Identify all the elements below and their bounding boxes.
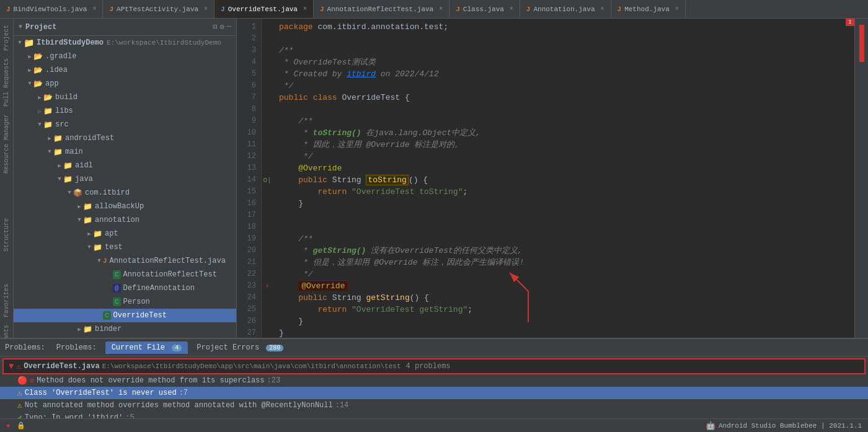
tab-bar: J BindViewTools.java × J APtTestActivity…: [0, 0, 868, 19]
bottom-tab-projecterrors-badge: 280: [266, 345, 283, 351]
ok-text-1: Typo: In word 'itbird': [25, 413, 123, 418]
tree-item-allowbackup[interactable]: ▶ 📁 allowBackUp: [14, 200, 236, 213]
error-row-1[interactable]: 🔴 ⊘ Method does not override method from…: [0, 374, 868, 387]
arrow-comitbird: ▼: [66, 190, 73, 196]
error-group-header[interactable]: ▼ ⚠ OverrideTest.java E:\workspace\Itbir…: [2, 358, 866, 374]
ok-row-1[interactable]: ✔ Typo: In word 'itbird' :5: [0, 412, 868, 418]
sidebar-label-build-variants[interactable]: Build Variants: [2, 322, 11, 338]
tree-item-libs[interactable]: ▷ 📁 libs: [14, 104, 236, 118]
folder-binder-icon: 📁: [83, 325, 92, 334]
folder-aidl-icon: 📁: [63, 161, 73, 170]
folder-main-label: main: [65, 148, 83, 156]
person-label: Person: [123, 298, 150, 306]
tab-overridetest[interactable]: J OverrideTest.java ×: [215, 0, 314, 18]
tree-item-overridetest[interactable]: C OverrideTest: [14, 309, 236, 322]
class-annotationreflect-icon: C: [113, 270, 121, 279]
tab-close-apttest[interactable]: ×: [204, 6, 208, 12]
tab-apttest[interactable]: J APtTestActivity.java ×: [103, 0, 215, 18]
code-content[interactable]: package com.itbird.annotation.test; /** …: [273, 19, 854, 338]
tree-item-androidtest[interactable]: ▶ 📁 androidTest: [14, 131, 236, 145]
tab-close-bindviewtools[interactable]: ×: [92, 6, 96, 12]
tab-close-class[interactable]: ×: [510, 6, 513, 12]
tab-close-method[interactable]: ×: [675, 6, 679, 12]
project-header-icons: ⊟ ⚙ —: [213, 22, 231, 32]
code-line-18: [279, 221, 848, 233]
scrollbar-thumb[interactable]: [859, 25, 864, 62]
tab-close-annotationreflect[interactable]: ×: [439, 6, 443, 12]
folder-java-icon: 📁: [63, 175, 73, 184]
tab-close-annotation[interactable]: ×: [601, 6, 604, 12]
tab-icon-annotationreflect: J: [320, 6, 324, 13]
bottom-tab-projecterrors-label: Project Errors: [197, 343, 259, 352]
folder-aidl-label: aidl: [75, 161, 93, 170]
bottom-tab-projecterrors[interactable]: Project Errors 280: [190, 342, 290, 354]
project-name-label: ItbirdStudyDemo: [37, 38, 104, 47]
close-panel-icon[interactable]: —: [227, 22, 231, 32]
code-line-24: public String getString() {: [279, 292, 848, 304]
tab-annotation[interactable]: J Annotation.java ×: [520, 0, 611, 18]
settings-icon[interactable]: ⚙: [220, 22, 224, 32]
code-line-7: public class OverrideTest {: [279, 92, 848, 104]
folder-annotation-icon: 📁: [83, 216, 92, 225]
arrow-java: ▼: [56, 176, 63, 182]
arrow-app: ▼: [26, 81, 33, 87]
tree-item-test[interactable]: ▼ 📁 test: [14, 240, 236, 254]
warn-row-2[interactable]: ⚠ Not annotated method overrides method …: [0, 399, 868, 412]
collapse-all-icon[interactable]: ⊟: [213, 22, 217, 32]
ok-location-1: :5: [125, 413, 134, 418]
tree-item-defineannotation[interactable]: @ DefineAnnotation: [14, 281, 236, 295]
arrow-libs: ▷: [36, 108, 43, 115]
arrow-itbird: ▼: [16, 40, 24, 46]
sidebar-label-favorites[interactable]: Favorites: [2, 281, 11, 320]
code-line-8: [279, 104, 848, 115]
tree-item-annotationreflectclass[interactable]: C AnnotationReflectTest: [14, 268, 236, 281]
sidebar-label-resource-manager[interactable]: Resource Manager: [2, 111, 11, 177]
tree-item-apt[interactable]: ▶ 📁 apt: [14, 227, 236, 240]
warn-row-1[interactable]: ⚠ Class 'OverrideTest' is never used :7: [0, 387, 868, 399]
tree-item-binder[interactable]: ▶ 📁 binder: [14, 322, 236, 336]
tree-item-app[interactable]: ▼ 📂 app: [14, 77, 236, 90]
tree-item-aidl[interactable]: ▶ 📁 aidl: [14, 159, 236, 172]
code-line-14: public String toString() {: [279, 174, 848, 186]
folder-idea-icon: 📂: [33, 66, 43, 75]
error-indicator[interactable]: 1: [846, 19, 854, 26]
tab-close-overridetest[interactable]: ×: [303, 6, 307, 12]
line-numbers: 1 2 3 4 5 6 7 8 9 10 11 12 13 14 15 16 1…: [237, 19, 262, 338]
tree-item-idea[interactable]: ▶ 📂 .idea: [14, 63, 236, 77]
tab-annotationreflect[interactable]: J AnnotationReflectTest.java ×: [314, 0, 450, 18]
tree-item-person[interactable]: C Person: [14, 295, 236, 309]
bottom-tab-problems-label: Problems:: [56, 343, 97, 352]
folder-gradle-icon: 📂: [33, 52, 43, 61]
gutter-override-icon[interactable]: O|: [262, 174, 273, 186]
tree-item-comitbird[interactable]: ▼ 📦 com.itbird: [14, 186, 236, 200]
tab-icon-bindviewtools: J: [6, 6, 11, 13]
gutter-error-icon[interactable]: ⚡: [262, 280, 273, 292]
code-line-6: */: [279, 80, 848, 92]
sidebar-label-structure[interactable]: Structure: [2, 215, 11, 255]
folder-app-label: app: [45, 79, 59, 88]
bottom-tab-currentfile-label: Current File: [112, 343, 165, 352]
tree-item-java[interactable]: ▼ 📁 java: [14, 172, 236, 186]
tree-item-main[interactable]: ▼ 📁 main: [14, 145, 236, 159]
tree-item-itbirdstudydemo[interactable]: ▼ 📁 ItbirdStudyDemo E:\workspace\ItbirdS…: [14, 36, 236, 50]
tree-item-annotationreflectfile[interactable]: ▼ J AnnotationReflectTest.java: [14, 254, 236, 268]
tree-item-build[interactable]: ▶ 📂 build: [14, 90, 236, 104]
sidebar-label-pull-requests[interactable]: Pull Requests: [2, 55, 11, 110]
arrow-aidl: ▶: [56, 162, 63, 169]
tab-method[interactable]: J Method.java ×: [611, 0, 686, 18]
code-line-20: * getString() 没有在OverrideTest的任何父类中定义,: [279, 245, 848, 257]
folder-java-label: java: [75, 175, 93, 183]
bottom-tab-currentfile[interactable]: Current File 4: [105, 342, 188, 354]
tab-class[interactable]: J Class.java ×: [450, 0, 520, 18]
error-group-filepath: E:\workspace\ItbirdStudyDemo\app\src\mai…: [102, 363, 401, 370]
arrow-idea: ▶: [26, 67, 33, 74]
tree-item-gradle[interactable]: ▶ 📂 .gradle: [14, 50, 236, 63]
tree-item-annotation[interactable]: ▼ 📁 annotation: [14, 213, 236, 227]
tab-bindviewtools[interactable]: J BindViewTools.java ×: [0, 0, 103, 18]
warn-text-2: Not annotated method overrides method an…: [25, 401, 333, 410]
code-line-12: */: [279, 151, 848, 162]
code-line-22: */: [279, 268, 848, 280]
bottom-tab-problems[interactable]: Problems:: [50, 342, 103, 354]
sidebar-label-project[interactable]: Project: [2, 22, 11, 54]
tree-item-src[interactable]: ▼ 📁 src: [14, 118, 236, 131]
